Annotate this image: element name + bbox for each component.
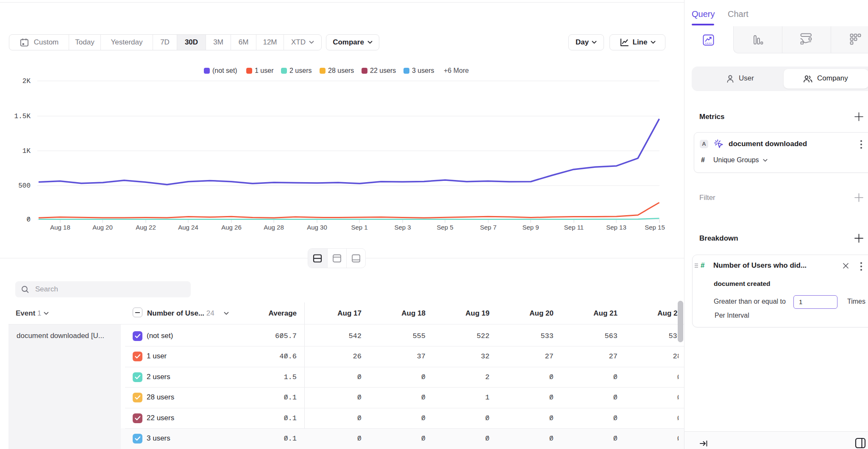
svg-text:1.5K: 1.5K [14,113,31,120]
svg-text:Sep 11: Sep 11 [564,224,584,231]
svg-text:2K: 2K [22,78,31,85]
svg-text:1K: 1K [22,147,31,155]
svg-text:Sep 3: Sep 3 [394,224,411,231]
svg-text:Aug 20: Aug 20 [92,224,113,231]
svg-text:0: 0 [26,216,31,224]
svg-text:Sep 13: Sep 13 [606,224,626,231]
svg-text:Aug 22: Aug 22 [136,224,156,231]
svg-text:Aug 24: Aug 24 [178,224,198,231]
svg-text:Sep 9: Sep 9 [522,224,539,231]
svg-text:Sep 7: Sep 7 [480,224,496,231]
svg-text:Sep 15: Sep 15 [645,224,665,231]
svg-text:500: 500 [18,182,31,190]
svg-text:Aug 18: Aug 18 [50,224,70,231]
svg-text:Aug 30: Aug 30 [307,224,327,231]
svg-text:Aug 26: Aug 26 [221,224,242,231]
svg-text:Sep 1: Sep 1 [351,224,367,231]
svg-text:Sep 5: Sep 5 [437,224,453,231]
svg-text:Aug 28: Aug 28 [264,224,284,231]
